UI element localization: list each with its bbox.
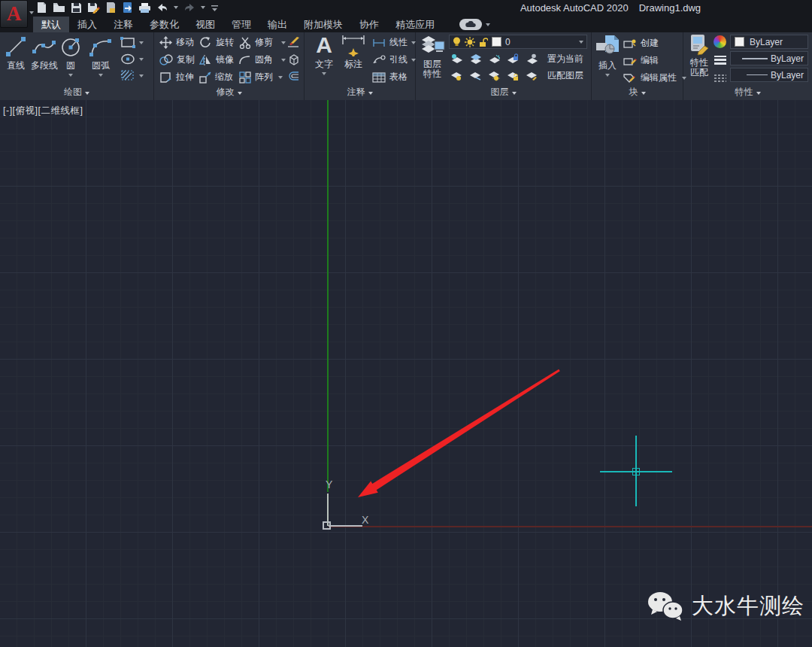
layer-lock-icon[interactable] [507, 53, 519, 65]
polyline-button[interactable]: 多段线 [28, 35, 61, 72]
panel-draw-label[interactable]: 绘图 [0, 86, 153, 99]
save-button[interactable] [71, 2, 82, 14]
cloud-button[interactable] [459, 19, 482, 30]
trim-button[interactable]: 修剪 [239, 36, 286, 49]
match-properties-button[interactable]: 特性 匹配 [686, 34, 712, 77]
array-caret-icon[interactable] [278, 76, 283, 79]
hatch-caret-icon[interactable] [139, 74, 144, 77]
ellipse-button[interactable] [120, 53, 144, 65]
fillet-icon [239, 54, 251, 65]
insert-caret-icon[interactable] [605, 74, 610, 77]
arc-button[interactable]: 圆弧 [86, 35, 115, 77]
tab-output[interactable]: 输出 [259, 17, 295, 32]
linear-dim-button[interactable]: 线性 [372, 36, 416, 49]
ellipse-caret-icon[interactable] [139, 58, 144, 61]
set-current-label[interactable]: 置为当前 [547, 53, 583, 65]
trim-caret-icon[interactable] [281, 41, 286, 44]
layer-isolate-icon[interactable] [450, 53, 462, 65]
linear-dim-icon [372, 38, 386, 47]
text-button[interactable]: A 文字 [312, 34, 336, 75]
layer-properties-button[interactable]: 图层 特性 [419, 34, 446, 79]
tab-manage[interactable]: 管理 [223, 17, 259, 32]
sheet-transmit-button[interactable] [105, 2, 117, 14]
erase-button[interactable] [287, 35, 301, 51]
drawing-canvas[interactable]: [-][俯视][二维线框] Y X 大水牛测绘 [0, 100, 812, 647]
offset-button[interactable] [287, 70, 301, 85]
table-button[interactable]: 表格 [372, 71, 408, 84]
arc-caret-icon[interactable] [98, 74, 103, 77]
edit-attributes-button[interactable]: 编辑属性 [623, 71, 686, 84]
tab-home[interactable]: 默认 [33, 17, 69, 32]
layer-unlock-all-icon[interactable] [507, 70, 519, 81]
explode-button[interactable] [287, 53, 301, 68]
redo-caret-icon[interactable] [201, 6, 205, 9]
color-wheel-icon[interactable] [714, 35, 726, 48]
layer-set-current-icon[interactable] [526, 53, 538, 65]
object-color-value: ByLayer [750, 37, 783, 47]
app-menu-button[interactable]: A [0, 0, 28, 28]
web-mobile-button[interactable] [122, 2, 133, 14]
tab-view[interactable]: 视图 [187, 17, 223, 32]
edit-block-label: 编辑 [641, 54, 659, 67]
tab-overflow-caret-icon[interactable] [486, 23, 490, 26]
layer-match-icon[interactable] [526, 70, 538, 81]
circle-caret-icon[interactable] [68, 74, 73, 77]
layer-dropdown-caret-icon[interactable] [579, 41, 583, 44]
object-color-dropdown[interactable]: ByLayer [730, 35, 808, 49]
tab-annotate[interactable]: 注释 [105, 17, 141, 32]
redo-button[interactable] [183, 2, 195, 13]
scale-button[interactable]: 缩放 [199, 71, 233, 84]
lineweight-dropdown[interactable]: ByLayer [730, 51, 808, 65]
layer-freeze-icon[interactable] [488, 53, 500, 65]
linetype-icon[interactable] [714, 72, 727, 86]
line-button[interactable]: 直线 [4, 35, 28, 72]
text-caret-icon[interactable] [322, 72, 326, 75]
stretch-button[interactable]: 拉伸 [159, 71, 194, 84]
rectangle-caret-icon[interactable] [139, 41, 144, 44]
panel-annotate-label[interactable]: 注释 [304, 86, 415, 99]
ucs-x-line [329, 525, 362, 527]
customize-qat-button[interactable] [211, 3, 220, 12]
open-file-button[interactable] [53, 2, 65, 14]
tab-insert[interactable]: 插入 [69, 17, 105, 32]
match-layer-label[interactable]: 匹配图层 [547, 69, 583, 82]
edit-block-button[interactable]: 编辑 [623, 54, 659, 67]
rotate-button[interactable]: 旋转 [199, 36, 234, 49]
linetype-dropdown[interactable]: ByLayer [730, 68, 808, 82]
move-button[interactable]: 移动 [159, 36, 194, 49]
leader-button[interactable]: 引线 [372, 53, 416, 66]
new-file-button[interactable] [36, 2, 47, 14]
dimension-button[interactable]: 标注 [339, 34, 368, 71]
layer-thaw-icon[interactable] [469, 70, 481, 81]
fillet-caret-icon[interactable] [281, 59, 286, 62]
undo-button[interactable] [156, 2, 168, 13]
tab-parametric[interactable]: 参数化 [141, 17, 187, 32]
app-menu-caret-icon[interactable] [29, 11, 34, 14]
viewport-controls[interactable]: [-][俯视][二维线框] [3, 105, 83, 117]
undo-caret-icon[interactable] [174, 6, 178, 9]
layer-off-icon[interactable] [450, 70, 462, 81]
panel-layers-label[interactable]: 图层 [416, 86, 591, 99]
tab-featured-apps[interactable]: 精选应用 [387, 17, 443, 32]
save-as-button[interactable] [87, 2, 100, 14]
rectangle-button[interactable] [120, 37, 144, 48]
ellipse-icon [120, 53, 135, 65]
panel-properties-label[interactable]: 特性 [683, 86, 812, 99]
plot-button[interactable] [138, 2, 151, 14]
copy-button[interactable]: 复制 [159, 53, 195, 66]
panel-modify-label[interactable]: 修改 [154, 86, 304, 99]
lineweight-icon[interactable] [714, 54, 727, 68]
fillet-button[interactable]: 圆角 [239, 53, 286, 66]
layer-freeze-all-icon[interactable] [488, 70, 500, 81]
tab-addins[interactable]: 附加模块 [295, 17, 351, 32]
tab-collaborate[interactable]: 协作 [351, 17, 387, 32]
insert-block-button[interactable]: 插入 [595, 34, 620, 77]
array-button[interactable]: 阵列 [239, 71, 283, 84]
create-block-button[interactable]: 创建 [623, 37, 659, 50]
mirror-button[interactable]: 镜像 [199, 53, 234, 66]
circle-button[interactable]: 圆 [59, 35, 82, 77]
layer-dropdown[interactable]: 0 [449, 35, 587, 49]
hatch-button[interactable] [120, 70, 144, 81]
layer-unisolate-icon[interactable] [469, 53, 481, 65]
panel-block-label[interactable]: 块 [592, 86, 683, 99]
